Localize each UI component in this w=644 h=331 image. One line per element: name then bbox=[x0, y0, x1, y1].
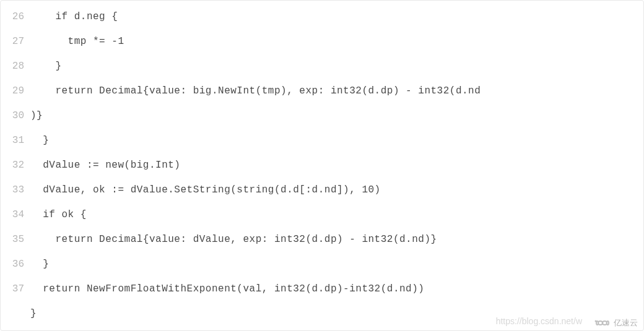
code-line: } bbox=[30, 252, 643, 277]
code-line: dValue, ok := dValue.SetString(string(d.… bbox=[30, 178, 643, 202]
code-line: return NewFromFloatWithExponent(val, int… bbox=[30, 277, 643, 301]
line-number: 37 bbox=[1, 277, 24, 301]
line-number: 27 bbox=[1, 29, 24, 54]
line-number: 26 bbox=[1, 4, 24, 29]
line-number: 30 bbox=[1, 103, 24, 128]
code-line: tmp *= -1 bbox=[30, 29, 643, 54]
infinity-icon bbox=[594, 317, 611, 329]
code-line: )} bbox=[30, 103, 643, 128]
line-number: 33 bbox=[1, 178, 24, 202]
code-line: if d.neg { bbox=[30, 4, 643, 29]
line-number: 35 bbox=[1, 227, 24, 252]
line-number: 31 bbox=[1, 128, 24, 153]
csdn-watermark: https://blog.csdn.net/w bbox=[496, 316, 582, 326]
code-line: } bbox=[30, 54, 643, 79]
line-number: 29 bbox=[1, 79, 24, 103]
line-number: 28 bbox=[1, 54, 24, 79]
svg-point-0 bbox=[595, 320, 597, 322]
code-line: } bbox=[30, 128, 643, 153]
code-line: dValue := new(big.Int) bbox=[30, 153, 643, 178]
yisu-logo: 亿速云 bbox=[594, 317, 638, 329]
code-line: return Decimal{value: dValue, exp: int32… bbox=[30, 227, 643, 252]
line-number-gutter: 26 27 28 29 30 31 32 33 34 35 36 37 bbox=[1, 4, 30, 330]
code-line: if ok { bbox=[30, 202, 643, 227]
logo-text: 亿速云 bbox=[614, 317, 638, 329]
line-number: 36 bbox=[1, 252, 24, 277]
code-line: return Decimal{value: big.NewInt(tmp), e… bbox=[30, 79, 643, 103]
line-number: 32 bbox=[1, 153, 24, 178]
line-number: 34 bbox=[1, 202, 24, 227]
line-number bbox=[1, 301, 24, 326]
code-content[interactable]: if d.neg { tmp *= -1 } return Decimal{va… bbox=[30, 4, 643, 330]
code-block: 26 27 28 29 30 31 32 33 34 35 36 37 if d… bbox=[0, 0, 644, 331]
